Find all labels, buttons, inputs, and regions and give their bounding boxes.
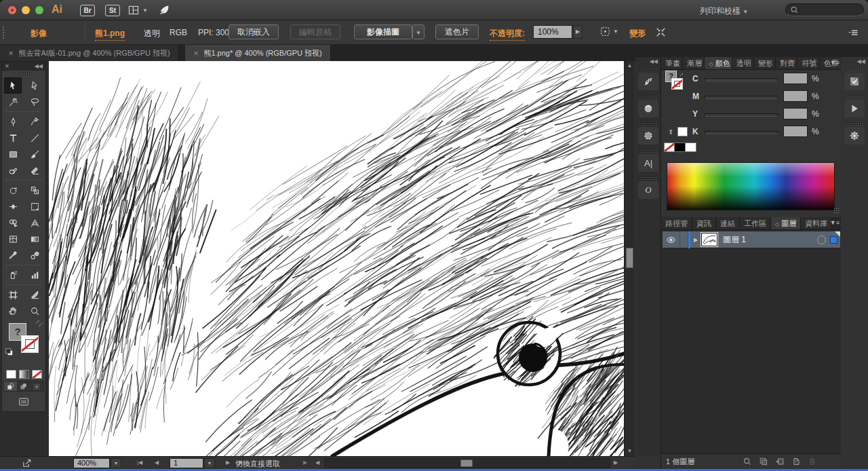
- panel-grip[interactable]: [640, 176, 656, 180]
- transform-link[interactable]: 變形: [629, 28, 646, 39]
- panel-menu-icon[interactable]: ▼≡: [830, 219, 840, 226]
- panel-grip[interactable]: [640, 121, 656, 126]
- layer-disclosure-triangle[interactable]: ▶: [690, 237, 701, 243]
- tab-links[interactable]: 連結: [716, 217, 740, 229]
- close-panel-icon[interactable]: ✕: [5, 63, 9, 69]
- collapse-panel-icon[interactable]: ◀◀: [35, 63, 43, 69]
- panel-grip[interactable]: [846, 94, 863, 98]
- image-trace-button[interactable]: 影像描圖: [354, 24, 412, 39]
- curvature-tool[interactable]: [26, 113, 43, 130]
- layer-visibility-toggle[interactable]: [663, 231, 680, 248]
- layer-selection-indicator[interactable]: [830, 236, 837, 244]
- selection-tool[interactable]: [4, 77, 22, 94]
- opacity-link[interactable]: 不透明度:: [490, 28, 525, 41]
- tab-info[interactable]: 資訊: [692, 217, 716, 229]
- status-options-arrow[interactable]: ▶: [303, 459, 307, 466]
- document-tab-2[interactable]: ✕熊1.png* @ 400% (RGB/GPU 預視): [185, 45, 331, 61]
- last-color-arrow-icon[interactable]: ⬆: [668, 128, 673, 136]
- artboard-number-input[interactable]: 1: [170, 458, 203, 468]
- zoom-window-button[interactable]: [35, 6, 43, 14]
- gpu-performance-button[interactable]: [158, 4, 170, 16]
- none-button[interactable]: [32, 370, 42, 379]
- horizontal-scrollbar[interactable]: [324, 458, 610, 468]
- blend-tool[interactable]: [26, 247, 43, 263]
- panel-grip[interactable]: [640, 149, 656, 153]
- locate-object-button[interactable]: [743, 457, 759, 466]
- bridge-button[interactable]: Br: [80, 5, 95, 16]
- symbol-sprayer-tool[interactable]: [4, 267, 22, 283]
- close-window-button[interactable]: [8, 6, 16, 14]
- tab-color[interactable]: ◇ 顏色: [705, 57, 732, 69]
- tab-libraries[interactable]: 資料庫: [801, 217, 832, 229]
- magic-wand-tool[interactable]: [4, 94, 22, 110]
- stroke-swatch[interactable]: [21, 335, 39, 353]
- arrange-documents-button[interactable]: ▼: [127, 4, 148, 16]
- linked-file-link[interactable]: 熊1.png: [95, 28, 125, 41]
- layer-thumbnail[interactable]: [701, 233, 717, 246]
- eyedropper-tool[interactable]: [4, 247, 22, 263]
- draw-inside-mode[interactable]: [31, 381, 43, 391]
- document-canvas[interactable]: [49, 61, 624, 456]
- color-button[interactable]: [6, 370, 16, 379]
- panel-grip[interactable]: [12, 72, 35, 76]
- scroll-down-arrow[interactable]: ▼: [625, 447, 635, 456]
- black-swatch[interactable]: [675, 143, 686, 152]
- screen-mode-button[interactable]: [2, 394, 45, 411]
- unembed-button[interactable]: 取消嵌入: [229, 24, 279, 39]
- swap-fill-stroke-icon[interactable]: [35, 319, 43, 328]
- artboard-tool[interactable]: [4, 286, 22, 303]
- previous-artboard-arrow[interactable]: ◀: [155, 459, 159, 466]
- panel-grip[interactable]: [846, 67, 863, 71]
- lasso-tool[interactable]: [26, 94, 43, 110]
- character-panel-button[interactable]: A|: [637, 149, 659, 172]
- perspective-grid-tool[interactable]: [26, 214, 43, 231]
- mask-button[interactable]: 遮色片: [435, 24, 479, 39]
- mesh-tool[interactable]: [4, 231, 22, 247]
- vertical-scroll-thumb[interactable]: [626, 248, 633, 268]
- horizontal-scroll-thumb[interactable]: [460, 459, 473, 467]
- opacity-dropdown-arrow[interactable]: ▶: [573, 25, 583, 39]
- slice-tool[interactable]: [26, 286, 43, 303]
- tab-layers[interactable]: ◇ 圖層: [771, 217, 801, 229]
- zoom-tool[interactable]: [26, 303, 43, 319]
- panel-grip[interactable]: [846, 121, 863, 126]
- isolate-selected-button[interactable]: [655, 26, 667, 38]
- channel-value-input[interactable]: [783, 73, 808, 84]
- direct-selection-tool[interactable]: [26, 77, 43, 94]
- tab-transparency[interactable]: 透明: [732, 57, 754, 69]
- tab-gradient[interactable]: 漸層: [683, 57, 705, 69]
- actions-panel-button[interactable]: [844, 94, 865, 117]
- channel-value-input[interactable]: [783, 90, 808, 102]
- delete-layer-button[interactable]: [808, 457, 824, 466]
- pencil-tool[interactable]: [4, 162, 22, 178]
- gradient-tool[interactable]: [26, 231, 43, 247]
- layer-row[interactable]: ▶ 圖層 1: [663, 231, 840, 248]
- channel-slider[interactable]: [705, 113, 778, 117]
- minimize-window-button[interactable]: [22, 6, 30, 14]
- navigator-panel-button[interactable]: [844, 121, 865, 145]
- zoom-level-dropdown[interactable]: ▼: [111, 458, 121, 468]
- make-clip-mask-button[interactable]: [759, 457, 775, 466]
- draw-behind-mode[interactable]: [17, 381, 30, 391]
- gradient-button[interactable]: [19, 370, 29, 379]
- layer-target-circle[interactable]: [817, 236, 826, 244]
- opacity-input[interactable]: 100%: [533, 25, 572, 39]
- expand-dock-icon[interactable]: ◀◀: [636, 57, 660, 66]
- close-tab-icon[interactable]: ✕: [8, 50, 14, 57]
- stock-button[interactable]: St: [105, 5, 120, 16]
- hand-tool[interactable]: [4, 303, 22, 319]
- export-button[interactable]: [22, 458, 32, 468]
- column-graph-tool[interactable]: [26, 267, 43, 283]
- vertical-scrollbar[interactable]: ▲ ▼: [624, 61, 635, 456]
- tab-stroke[interactable]: 筆畫: [661, 57, 683, 69]
- color-guide-panel-button[interactable]: [637, 67, 659, 90]
- channel-value-input[interactable]: [783, 126, 808, 137]
- opentype-panel-button[interactable]: O: [637, 176, 659, 199]
- new-sublayer-button[interactable]: [775, 457, 791, 466]
- shape-builder-tool[interactable]: [4, 214, 22, 231]
- scroll-right-arrow[interactable]: ▶: [614, 459, 618, 466]
- tab-artboards[interactable]: 工作區: [740, 217, 771, 229]
- tab-symbols[interactable]: 符號: [797, 57, 819, 69]
- tab-transform[interactable]: 變形: [754, 57, 776, 69]
- image-trace-preset-dropdown[interactable]: ▼: [412, 24, 425, 39]
